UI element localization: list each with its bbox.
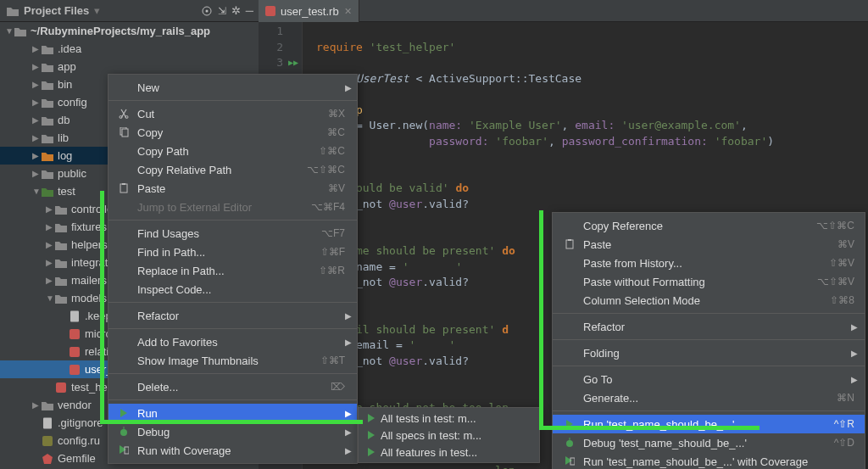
editor-menu-paste-from-history[interactable]: Paste from History...⇧⌘V (553, 254, 865, 272)
menu-shortcut: ⌥⇧⌘C (307, 164, 345, 176)
editor-tab-user-test[interactable]: user_test.rb ✕ (259, 0, 359, 22)
menu-item-label: Find Usages (137, 227, 314, 240)
project-panel-header: Project Files ▾ ⇲ ✲ ─ (0, 0, 259, 22)
menu-find-usages[interactable]: Find Usages⌥F7 (108, 224, 357, 243)
editor-menu-run-test-name-should-be-with-coverage[interactable]: Run 'test_name_should_be_...' with Cover… (553, 452, 865, 469)
editor-menu-refactor[interactable]: Refactor▶ (553, 317, 865, 336)
menu-run[interactable]: Run▶ (108, 404, 357, 422)
menu-delete[interactable]: Delete...⌦ (108, 377, 357, 396)
menu-item-label: Cut (137, 108, 321, 120)
menu-cut[interactable]: Cut⌘X (108, 104, 357, 123)
svg-rect-15 (120, 184, 127, 193)
run-target-item[interactable]: All specs in test: m... (359, 427, 539, 444)
editor-menu-folding[interactable]: Folding▶ (553, 343, 865, 362)
editor-menu-run-test-name-should-be[interactable]: Run 'test_name_should_be_...'^⇧R (553, 415, 865, 433)
menu-item-label: Folding (583, 347, 854, 360)
file-icon (68, 310, 81, 323)
svg-marker-23 (368, 431, 375, 439)
run-gutter-icon[interactable]: ▶▶ (288, 55, 298, 71)
close-icon[interactable]: ✕ (344, 6, 352, 17)
run-submenu[interactable]: All tests in test: m...All specs in test… (358, 407, 540, 463)
menu-shortcut: ⌥⌘F4 (311, 201, 345, 213)
menu-paste[interactable]: Paste⌘V (108, 179, 357, 198)
collapse-icon[interactable]: ⇲ (218, 4, 226, 17)
tree-item-label: vendor (58, 399, 92, 411)
menu-item-label: Delete... (137, 381, 324, 394)
menu-item-label: Debug (137, 426, 345, 438)
menu-item-label: Paste (583, 238, 831, 251)
svg-marker-22 (368, 414, 375, 422)
tree-item-label: app (58, 60, 76, 73)
editor-menu-copy-reference[interactable]: Copy Reference⌥⇧⌘C (553, 216, 865, 235)
editor-tab-label: user_test.rb (281, 5, 339, 18)
hide-icon[interactable]: ─ (246, 4, 253, 17)
tree-item-label: bin (58, 78, 72, 91)
folder-icon (41, 42, 54, 56)
menu-refactor[interactable]: Refactor▶ (108, 306, 357, 325)
editor-menu-generate[interactable]: Generate...⌘N (553, 388, 865, 407)
editor-menu-debug-test-name-should-be[interactable]: Debug 'test_name_should_be_...'^⇧D (553, 433, 865, 452)
svg-rect-26 (568, 239, 571, 241)
menu-item-label: Copy Path (137, 145, 312, 158)
tree-item--idea[interactable]: ▶.idea (0, 40, 259, 58)
chevron-right-icon: ▶ (345, 427, 352, 437)
cut-icon (117, 109, 131, 119)
menu-inspect-code[interactable]: Inspect Code... (108, 280, 357, 299)
chevron-right-icon: ▶ (851, 349, 858, 358)
ruby-icon (68, 327, 81, 341)
paste-icon (117, 183, 131, 193)
tree-project-root[interactable]: ▼ ~/RubymineProjects/my_rails_app (0, 22, 259, 40)
chevron-right-icon: ▶ (345, 311, 352, 321)
svg-point-18 (120, 429, 127, 436)
menu-add-to-favorites[interactable]: Add to Favorites▶ (108, 332, 357, 351)
svg-rect-14 (122, 129, 128, 137)
editor-tabs: user_test.rb ✕ (259, 0, 868, 22)
panel-dropdown-icon[interactable]: ▾ (94, 4, 100, 17)
folder-icon (41, 60, 54, 74)
gear-icon[interactable]: ✲ (231, 4, 241, 17)
folder-icon (41, 114, 54, 127)
menu-item-label: Run with Coverage (137, 444, 345, 457)
run-target-item[interactable]: All tests in test: m... (359, 410, 539, 427)
project-context-menu[interactable]: New▶Cut⌘XCopy⌘CCopy Path⇧⌘CCopy Relative… (108, 74, 358, 464)
editor-menu-go-to[interactable]: Go To▶ (553, 370, 865, 388)
ruby-icon (54, 381, 68, 394)
svg-marker-27 (566, 420, 573, 428)
menu-shortcut: ⇧⌘R (319, 265, 345, 276)
menu-copy-path[interactable]: Copy Path⇧⌘C (108, 142, 357, 160)
menu-show-image-thumbnails[interactable]: Show Image Thumbnails⇧⌘T (108, 351, 357, 370)
menu-copy[interactable]: Copy⌘C (108, 123, 357, 142)
tree-item-app[interactable]: ▶app (0, 58, 259, 75)
menu-debug[interactable]: Debug▶ (108, 422, 357, 441)
tree-item-label: config (58, 96, 87, 109)
menu-shortcut: ⌘X (328, 108, 345, 120)
run-target-item[interactable]: All features in test... (359, 444, 539, 461)
target-icon[interactable] (201, 4, 213, 17)
menu-new[interactable]: New▶ (108, 78, 357, 97)
paste-icon (563, 239, 576, 249)
menu-jump-to-external-editor: Jump to External Editor⌥⌘F4 (108, 198, 357, 216)
menu-item-label: Add to Favorites (137, 336, 345, 349)
menu-run-with-coverage[interactable]: Run with Coverage▶ (108, 441, 357, 460)
menu-shortcut: ^⇧D (834, 437, 854, 449)
folder-icon (41, 78, 54, 92)
menu-shortcut: ⌘C (327, 126, 345, 138)
menu-find-in-path[interactable]: Find in Path...⇧⌘F (108, 243, 357, 261)
tree-item-label: helpers (71, 238, 108, 251)
svg-marker-24 (368, 448, 375, 456)
menu-item-label: Find in Path... (137, 246, 314, 259)
coverage-icon (563, 456, 576, 466)
project-panel-title[interactable]: Project Files (24, 4, 89, 17)
ruby-icon (68, 363, 81, 377)
chevron-right-icon: ▶ (851, 322, 858, 332)
menu-replace-in-path[interactable]: Replace in Path...⇧⌘R (108, 261, 357, 280)
menu-copy-relative-path[interactable]: Copy Relative Path⌥⇧⌘C (108, 160, 357, 179)
editor-menu-paste-without-formatting[interactable]: Paste without Formatting⌥⇧⌘V (553, 272, 865, 291)
editor-context-menu[interactable]: Copy Reference⌥⇧⌘CPaste⌘VPaste from Hist… (552, 212, 865, 469)
svg-rect-8 (42, 436, 53, 446)
menu-shortcut: ⇧⌘F (320, 246, 345, 258)
folder-test-icon (41, 185, 54, 198)
editor-menu-column-selection-mode[interactable]: Column Selection Mode⇧⌘8 (553, 291, 865, 310)
editor-menu-paste[interactable]: Paste⌘V (553, 235, 865, 254)
folder-icon (54, 203, 68, 216)
